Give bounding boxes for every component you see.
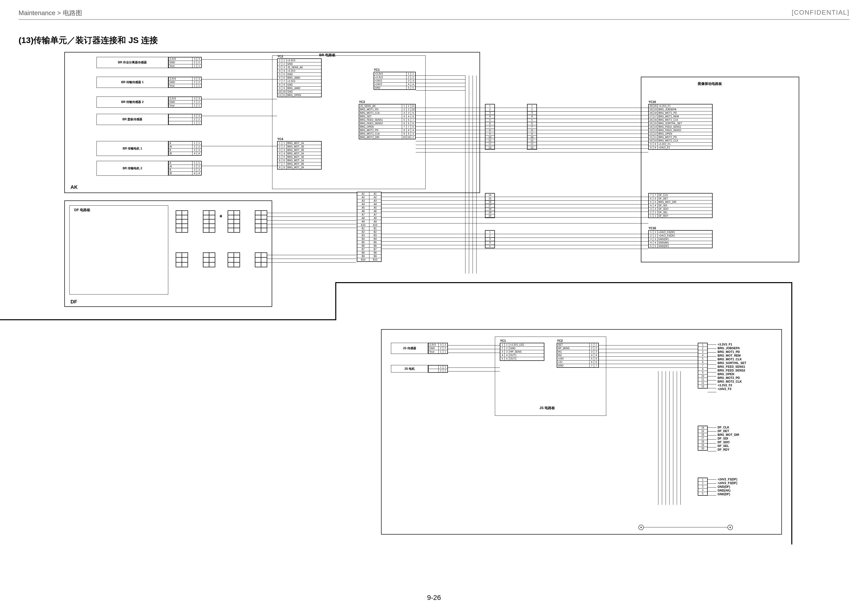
df-board-box xyxy=(69,205,168,295)
ak-comp-pins-0: 3.3V333GND22Vout11 xyxy=(168,57,202,68)
yc1-label: YC1 xyxy=(374,68,380,71)
js-comp-pins-1: 1122 xyxy=(428,365,448,373)
mid-bus-left: 12345678910111213 xyxy=(485,104,495,150)
yc3-low-pairs: A1A1A2A2A3A3A4A4A5A5A6A6A7A7A8A8A9A9A10A… xyxy=(357,192,381,262)
ak-comp-1: BR 传输传感器 1 xyxy=(96,77,168,88)
js-signals-c: +24V2_F3(DF)+24V2_F3(DF)GND(DF)GND(AK)GN… xyxy=(718,478,737,496)
yc3-connector: YC3 JS_SENS_AK1111BRG_MOT1_PD2210BRG_MOT… xyxy=(359,104,416,140)
yc4-connector: YC4 11BRG_MOT_1A22BRG_MOT_1B33BRG_MOT_2B… xyxy=(277,141,322,169)
yc10-left: 12345678910111213 xyxy=(527,104,537,150)
ak-comp-pins-1: 3.3V333GND22Vout11 xyxy=(168,77,202,88)
mid-bus-left3: 12345 xyxy=(485,230,495,248)
pad-1 xyxy=(639,525,644,530)
ak-comp-0: BR 作业分离器传感器 xyxy=(96,57,168,68)
image-drive-title: 图像驱动电路板 xyxy=(698,82,722,86)
ak-comp-2: BR 传输传感器 2 xyxy=(96,96,168,108)
ak-comp-5: BR 传输电机 2 xyxy=(96,161,168,176)
df-label: DF xyxy=(71,299,77,305)
page-title: (13)传输单元／装订器连接和 JS 连接 xyxy=(19,35,158,46)
page-divider-v xyxy=(335,282,336,320)
confidential-label: [CONFIDENTIAL] xyxy=(792,9,849,17)
df-pin-grid-7 xyxy=(228,253,240,267)
br-board-label: BR 电路板 xyxy=(319,53,336,57)
yc16-label: YC16 xyxy=(648,226,656,230)
yc10-label: YC10 xyxy=(648,100,656,104)
ak-comp-pins-2: 3.3V333GND22Vout11 xyxy=(168,96,202,108)
js-comp-1: JS 电机 xyxy=(391,365,428,372)
js-right-conn-a: 12345678910111213 xyxy=(698,343,708,389)
js-yc2-label: YC2 xyxy=(557,339,563,343)
js-yc1-connector: YC1 11+3.3V2_LED22GND33HP_SENS44OUT155OU… xyxy=(500,343,544,361)
js-board-label: JS 电路板 xyxy=(539,406,555,410)
js-yc2-connector: YC2 SET11HP_SENS22IN133IN244+24V55+3V66G… xyxy=(557,343,599,368)
js-comp-pins-0: 3.3V333GND22Vout11 xyxy=(428,343,448,354)
header: Maintenance > 电路图 [CONFIDENTIAL] xyxy=(19,9,849,20)
schematic-diagram: AK BR 电路板 BR 作业分离器传感器3.3V333GND22Vout11B… xyxy=(64,52,807,572)
yc2-connector: YC2 11+3.3V322GND33JS_SENS_AK44+3.3V355G… xyxy=(277,58,322,97)
yc4-label: YC4 xyxy=(277,137,283,141)
df-pin-grid-4 xyxy=(255,210,267,233)
ak-comp-pins-5: A11/A22B33/B44 xyxy=(168,161,202,175)
ak-comp-pins-4: A11/A22B33/B44 xyxy=(168,141,202,156)
ak-comp-3: BR 盖板传感器 xyxy=(96,114,168,125)
js-comp-0: JS 传感器 xyxy=(391,343,428,354)
js-signals-a: +3.3V3_F1BRG_JOBSEPABRG_MOT1_PDBRG_MOT_R… xyxy=(718,343,746,391)
ak-comp-4: BR 传输电机 1 xyxy=(96,141,168,156)
yc10-right: YC10 2020+3.3V3_F11919BRG_JOBSEPA1818BRG… xyxy=(648,104,713,150)
page-divider xyxy=(0,319,335,320)
page-number: 9-26 xyxy=(427,594,441,602)
df-pin-grid-5 xyxy=(176,253,188,267)
yc16-connector: YC16 11+24V2_F3(DF)22+24V2_F3(DF)33GND(D… xyxy=(648,230,713,248)
yc10-right2: 77DF_CLK66DF_DET55BRG_MOT_DIR44DF_SDI33D… xyxy=(648,193,713,218)
pad-2 xyxy=(727,525,733,530)
df-pin-grid-6 xyxy=(203,253,215,267)
df-pin-grid-3 xyxy=(228,210,240,233)
df-pin-grid-2 xyxy=(203,210,215,233)
js-signals-b: DF_CLKDF_DETBRG_MOT_DIRDF_SDIDF_SDODF_SE… xyxy=(718,426,739,452)
js-right-conn-b: 14151617181920 xyxy=(698,426,708,451)
yc2-label: YC2 xyxy=(277,55,283,58)
yc3-label: YC3 xyxy=(359,100,365,104)
df-pin-grid-1 xyxy=(176,210,188,233)
breadcrumb: Maintenance > 电路图 xyxy=(19,9,82,17)
ak-comp-pins-3: 332211 xyxy=(168,114,202,125)
ak-label: AK xyxy=(71,185,78,190)
df-pin-grid-8 xyxy=(255,253,267,267)
js-yc1-label: YC1 xyxy=(500,339,506,343)
df-board-label: DF 电路板 xyxy=(74,208,90,212)
js-right-conn-c: 12345 xyxy=(698,478,708,496)
yc1-connector: YC1 +3.3V311+3.3V322+24V233+24V244GND55 xyxy=(374,72,416,90)
